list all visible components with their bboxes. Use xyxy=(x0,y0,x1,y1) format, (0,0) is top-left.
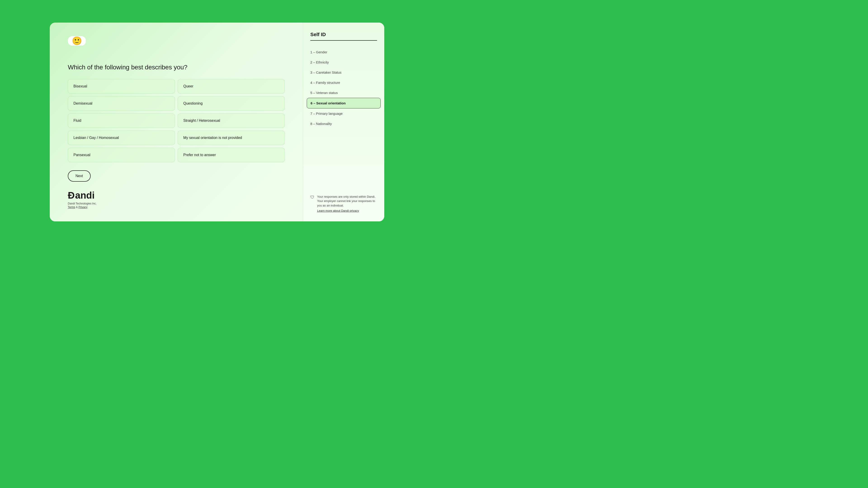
logo-container: 🙂 xyxy=(68,36,86,46)
option-not-provided[interactable]: My sexual orientation is not provided xyxy=(178,131,285,145)
privacy-learn-more-link[interactable]: Learn more about Dandi privacy xyxy=(317,209,377,213)
privacy-text: Your responses are only stored within Da… xyxy=(317,195,377,208)
dandi-logo: Ð andi xyxy=(68,191,285,200)
self-id-title: Self ID xyxy=(310,32,377,41)
page-background: 🙂 Which of the following best describes … xyxy=(0,0,434,244)
shield-icon: 🛡 xyxy=(310,195,314,200)
sidebar-item-language[interactable]: 7 – Primary language xyxy=(310,108,377,119)
sidebar-item-nationality[interactable]: 8 – Nationality xyxy=(310,119,377,129)
options-grid: Bisexual Queer Demisexual Questioning Fl… xyxy=(68,79,285,162)
option-prefer-not-to-answer[interactable]: Prefer not to answer xyxy=(178,148,285,162)
privacy-link[interactable]: Privacy xyxy=(79,205,87,209)
footer-area: Ð andi Dandi Technologies Inc. Terms & P… xyxy=(68,182,285,209)
sidebar-item-ethnicity[interactable]: 2 – Ethnicity xyxy=(310,57,377,67)
option-straight-heterosexual[interactable]: Straight / Heterosexual xyxy=(178,113,285,128)
terms-link[interactable]: Terms xyxy=(68,205,75,209)
option-questioning[interactable]: Questioning xyxy=(178,96,285,111)
left-panel: 🙂 Which of the following best describes … xyxy=(50,23,303,221)
next-button[interactable]: Next xyxy=(68,170,91,182)
option-demisexual[interactable]: Demisexual xyxy=(68,96,175,111)
right-sidebar: Self ID 1 – Gender 2 – Ethnicity 3 – Car… xyxy=(303,23,384,221)
option-queer[interactable]: Queer xyxy=(178,79,285,94)
sidebar-item-sexual-orientation[interactable]: 6 – Sexual orientation xyxy=(307,98,381,108)
question-title: Which of the following best describes yo… xyxy=(68,64,285,71)
privacy-box: 🛡 Your responses are only stored within … xyxy=(310,195,377,213)
dandi-name-text: andi xyxy=(75,191,94,200)
sidebar-item-caretaker[interactable]: 3 – Caretaker Status xyxy=(310,67,377,77)
sidebar-item-gender[interactable]: 1 – Gender xyxy=(310,47,377,57)
option-bisexual[interactable]: Bisexual xyxy=(68,79,175,94)
nav-list: 1 – Gender 2 – Ethnicity 3 – Caretaker S… xyxy=(310,47,377,195)
option-fluid[interactable]: Fluid xyxy=(68,113,175,128)
option-pansexual[interactable]: Pansexual xyxy=(68,148,175,162)
dandi-d-icon: Ð xyxy=(68,191,74,200)
option-lesbian-gay-homosexual[interactable]: Lesbian / Gay / Homosexual xyxy=(68,131,175,145)
privacy-content: Your responses are only stored within Da… xyxy=(317,195,377,213)
company-links: Terms & Privacy xyxy=(68,205,285,209)
smiley-icon: 🙂 xyxy=(72,36,82,46)
sidebar-item-veteran[interactable]: 5 – Veteran status xyxy=(310,88,377,98)
main-card: 🙂 Which of the following best describes … xyxy=(50,23,384,221)
company-name: Dandi Technologies Inc. xyxy=(68,202,285,205)
sidebar-item-family[interactable]: 4 – Family structure xyxy=(310,77,377,88)
separator: & xyxy=(76,205,79,209)
